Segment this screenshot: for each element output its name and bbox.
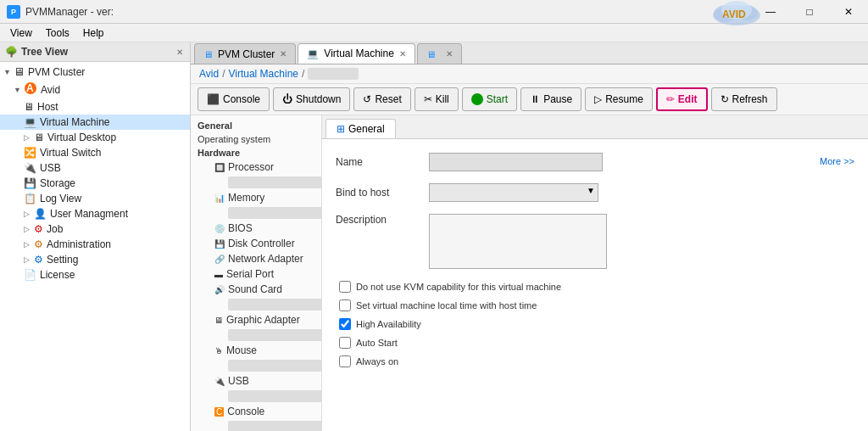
pause-label: Pause xyxy=(543,93,572,105)
prop-memory-sub[interactable] xyxy=(228,207,322,219)
sidebar-item-storage[interactable]: 💾 Storage xyxy=(0,176,190,191)
bios-icon: 💿 xyxy=(214,224,225,233)
start-button[interactable]: Start xyxy=(462,87,517,111)
sidebar-vm-label: Virtual Machine xyxy=(40,116,110,128)
sidebar-usb-label: USB xyxy=(40,162,61,174)
sidebar-item-license[interactable]: 📄 License xyxy=(0,267,190,283)
sidebar-item-avid[interactable]: ▼ A Avid xyxy=(0,80,190,99)
edit-button[interactable]: ✏ Edit xyxy=(656,87,708,111)
split-pane: General Operating system Hardware 🔲 Proc… xyxy=(191,115,868,431)
prop-bios[interactable]: 💿 BIOS xyxy=(191,221,321,236)
content-area: 🖥 PVM Cluster ✕ 💻 Virtual Machine ✕ 🖥 ✕ … xyxy=(191,42,868,431)
disk-icon: 💾 xyxy=(214,239,225,249)
prop-serial[interactable]: ▬ Serial Port xyxy=(191,266,321,282)
description-textarea[interactable] xyxy=(429,214,607,269)
sidebar-item-vswitch[interactable]: 🔀 Virtual Switch xyxy=(0,145,190,160)
sidebar-item-setting[interactable]: ▷ ⚙ Setting xyxy=(0,252,190,267)
sidebar-item-host[interactable]: 🖥 Host xyxy=(0,99,190,115)
checkbox-ha[interactable] xyxy=(339,318,351,330)
prop-memory[interactable]: 📊 Memory xyxy=(191,190,321,205)
sidebar-item-usb[interactable]: 🔌 USB xyxy=(0,160,190,176)
sidebar-tree-tab[interactable]: 🌳 Tree View xyxy=(3,44,173,59)
sidebar-item-vm[interactable]: 💻 Virtual Machine xyxy=(0,115,190,130)
sidebar-item-admin[interactable]: ▷ ⚙ Administration xyxy=(0,237,190,252)
network-icon: 🔗 xyxy=(214,255,225,264)
prop-console-sub[interactable] xyxy=(228,421,322,431)
prop-usb-sub[interactable] xyxy=(228,390,322,402)
setting-icon: ⚙ xyxy=(34,254,43,266)
expand-icon-um: ▷ xyxy=(24,210,34,218)
resume-button[interactable]: ▷ Resume xyxy=(585,87,653,111)
checkbox-alwayson[interactable] xyxy=(339,355,351,367)
prop-hardware[interactable]: Hardware xyxy=(191,146,321,160)
checkbox-localtime[interactable] xyxy=(339,299,351,311)
pause-button[interactable]: ⏸ Pause xyxy=(520,87,581,111)
checkboxes-section: Do not use KVM capability for this virtu… xyxy=(336,281,607,367)
checkbox-kvm[interactable] xyxy=(339,281,351,293)
menu-tools[interactable]: Tools xyxy=(39,25,76,41)
more-link[interactable]: More >> xyxy=(820,156,854,166)
prop-sound-sub[interactable] xyxy=(228,299,322,311)
console-button[interactable]: ⬛ Console xyxy=(198,87,270,111)
prop-sound[interactable]: 🔊 Sound Card xyxy=(191,282,321,297)
prop-general[interactable]: General xyxy=(191,119,321,132)
sidebar-item-usermgmt[interactable]: ▷ 👤 User Managment xyxy=(0,206,190,221)
prop-diskctrl[interactable]: 💾 Disk Controller xyxy=(191,236,321,251)
prop-graphic-sub[interactable] xyxy=(228,329,322,341)
prop-processor[interactable]: 🔲 Processor xyxy=(191,160,321,175)
prop-os[interactable]: Operating system xyxy=(191,132,321,146)
name-input[interactable] xyxy=(429,153,603,171)
bind-host-select[interactable] xyxy=(429,183,598,202)
sidebar-cluster-label: PVM Cluster xyxy=(28,66,85,78)
breadcrumb-avid[interactable]: Avid xyxy=(199,68,219,80)
sidebar-item-cluster[interactable]: ▼ 🖥 PVM Cluster xyxy=(0,64,190,80)
usermgmt-icon: 👤 xyxy=(34,208,47,220)
refresh-button[interactable]: ↻ Refresh xyxy=(711,87,777,111)
sidebar-item-logview[interactable]: 📋 Log View xyxy=(0,191,190,206)
sidebar-logview-label: Log View xyxy=(40,193,81,204)
sidebar-admin-label: Administration xyxy=(47,238,111,250)
sidebar-license-label: License xyxy=(40,269,75,281)
prop-console[interactable]: C Console xyxy=(191,404,321,419)
tab-third-close[interactable]: ✕ xyxy=(446,49,453,59)
menu-view[interactable]: View xyxy=(3,25,39,41)
prop-network[interactable]: 🔗 Network Adapter xyxy=(191,251,321,266)
sidebar-avid-label: Avid xyxy=(41,84,60,96)
checkbox-autostart-label: Auto Start xyxy=(356,338,398,348)
breadcrumb: Avid / Virtual Machine / xyxy=(191,64,868,84)
tab-third[interactable]: 🖥 ✕ xyxy=(417,43,462,64)
sidebar-tab-close[interactable]: ✕ xyxy=(173,46,186,59)
tab-bar: 🖥 PVM Cluster ✕ 💻 Virtual Machine ✕ 🖥 ✕ xyxy=(191,42,868,64)
serial-icon: ▬ xyxy=(214,270,223,279)
toolbar: ⬛ Console ⏻ Shutdown ↺ Reset ✂ Kill Star… xyxy=(191,84,868,115)
tab-cluster[interactable]: 🖥 PVM Cluster ✕ xyxy=(194,43,296,64)
sidebar-vdesktop-label: Virtual Desktop xyxy=(47,132,116,143)
maximize-button[interactable]: □ xyxy=(790,0,829,24)
prop-processor-sub[interactable] xyxy=(228,176,322,188)
minimize-button[interactable]: — xyxy=(751,0,790,24)
prop-graphic[interactable]: 🖥 Graphic Adapter xyxy=(191,312,321,327)
close-button[interactable]: ✕ xyxy=(829,0,868,24)
prop-mouse[interactable]: 🖱 Mouse xyxy=(191,343,321,358)
checkbox-autostart-row: Auto Start xyxy=(336,337,607,349)
reset-button[interactable]: ↺ Reset xyxy=(353,87,410,111)
sidebar-tab-bar: 🌳 Tree View ✕ xyxy=(0,42,190,62)
menu-help[interactable]: Help xyxy=(76,25,111,41)
breadcrumb-vm[interactable]: Virtual Machine xyxy=(228,68,298,80)
tab-vm[interactable]: 💻 Virtual Machine ✕ xyxy=(298,43,415,64)
shutdown-label: Shutdown xyxy=(296,93,341,105)
tab-vm-close[interactable]: ✕ xyxy=(399,49,406,59)
prop-mouse-sub[interactable] xyxy=(228,360,322,372)
sidebar-item-job[interactable]: ▷ ⚙ Job xyxy=(0,221,190,237)
tab-cluster-close[interactable]: ✕ xyxy=(280,49,287,59)
checkbox-alwayson-label: Always on xyxy=(356,356,398,367)
expand-icon-job: ▷ xyxy=(24,225,34,233)
svg-text:AVID: AVID xyxy=(722,8,746,20)
sidebar-item-vdesktop[interactable]: ▷ 🖥 Virtual Desktop xyxy=(0,130,190,145)
shutdown-button[interactable]: ⏻ Shutdown xyxy=(273,87,350,111)
prop-usb[interactable]: 🔌 USB xyxy=(191,373,321,389)
resume-label: Resume xyxy=(605,93,643,105)
panel-tab-general[interactable]: ⊞ General xyxy=(326,119,396,138)
kill-button[interactable]: ✂ Kill xyxy=(415,87,459,111)
checkbox-autostart[interactable] xyxy=(339,337,351,349)
